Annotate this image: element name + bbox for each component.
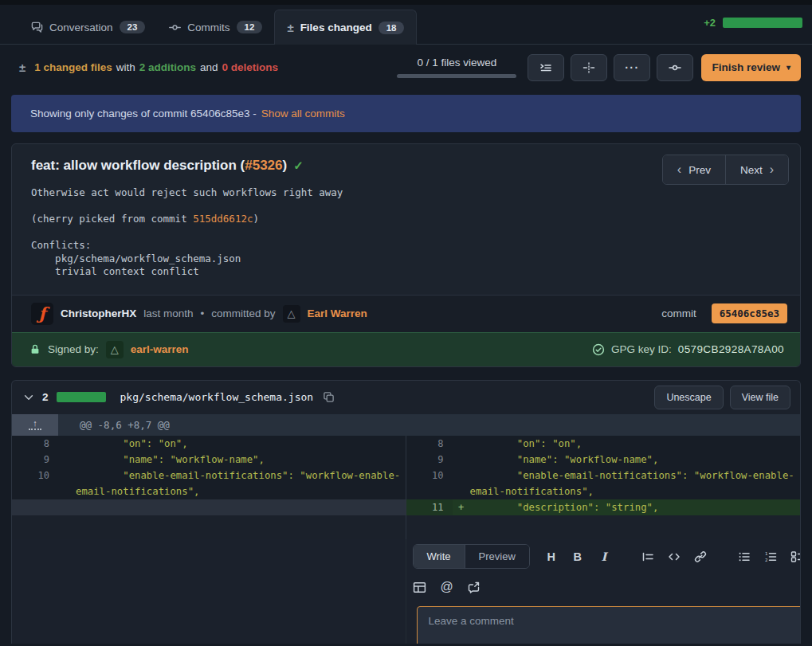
mention-icon[interactable]: @ [440,580,454,594]
code-icon[interactable] [667,550,681,564]
and-text: and [200,61,218,73]
author-avatar[interactable]: ƒ [31,303,53,325]
bold-icon[interactable]: B [571,550,585,564]
conversation-count-badge: 23 [120,21,146,33]
diff-icon: ± [287,21,293,34]
code-line: "on": "on", [76,436,406,452]
commit-label: commit [661,307,696,319]
tab-files-changed[interactable]: ± Files changed 18 [274,10,417,45]
files-viewed-progress [397,74,516,78]
with-text: with [116,61,135,73]
code-line: "name": "workflow-name", [470,452,801,468]
gpg-key-label: GPG key ID: [611,343,672,355]
finish-review-button[interactable]: Finish review ▾ [701,54,801,81]
author-name[interactable]: ChristopherHX [61,307,136,319]
files-viewed: 0 / 1 files viewed [397,57,516,78]
tab-conversation[interactable]: Conversation 23 [19,10,157,44]
copy-path-icon[interactable] [323,391,335,403]
signer-avatar[interactable]: △ [106,341,124,358]
collapse-file-icon[interactable] [23,392,34,403]
line-number[interactable]: 8 [12,436,58,452]
conversation-icon [31,22,43,33]
quote-icon[interactable] [641,550,655,564]
markdown-toolbar: H B I [544,550,801,564]
hunk-header-row: ↑ @@ -8,6 +8,7 @@ [12,414,800,436]
view-file-button[interactable]: View file [730,386,790,409]
code-line: "enable-email-notifications": "workflow-… [470,468,801,499]
editor-toolbar-row2: @ Aa [413,580,802,594]
pull-request-files-page: Conversation 23 Commits 12 ± Files chang… [0,0,812,646]
options-button[interactable]: ··· [614,54,650,81]
line-number[interactable]: 9 [406,452,453,468]
heading-icon[interactable]: H [544,550,559,564]
line-number[interactable]: 8 [406,436,453,452]
committer-name[interactable]: Earl Warren [308,307,367,319]
file-diff-panel: 2 pkg/schema/workflow_schema.json Unesca… [11,380,801,644]
diff-new-column: 8 "on": "on", 9 "name": "workflow-name",… [406,436,801,540]
unescape-button[interactable]: Unescape [654,386,723,409]
show-all-commits-link[interactable]: Show all commits [261,108,345,119]
diff-view-button[interactable] [571,54,607,81]
file-tree-button[interactable] [528,54,564,81]
chevron-right-icon: › [770,162,774,177]
editor-mode-tabs: Write Preview [413,544,530,569]
next-commit-button[interactable]: Next › [725,155,788,184]
lock-icon [29,343,41,355]
tab-commits-label: Commits [187,22,229,33]
preview-tab[interactable]: Preview [465,545,529,568]
dot-separator: • [201,307,205,319]
table-icon[interactable] [413,580,427,594]
changed-files-text: 1 changed files [34,61,112,73]
reference-icon[interactable] [467,580,481,594]
commit-panel: feat: allow workflow description (#5326)… [11,143,801,367]
write-tab[interactable]: Write [414,545,465,568]
gpg-info: GPG key ID: 0579CB2928A78A00 [592,343,784,356]
diff-row-old-9: 9 "name": "workflow-name", [12,452,406,468]
comment-row-left-spacer [12,539,406,644]
commit-jump-button[interactable] [657,54,693,81]
prev-label: Prev [688,164,711,176]
numbered-list-icon[interactable]: 12 [763,550,778,564]
cherry-pick-hash[interactable]: 515dd6612c [193,213,253,225]
banner-text: Showing only changes of commit 65406c85e… [30,108,257,119]
diff-old-column: 8 "on": "on", 9 "name": "workflow-name",… [12,436,406,540]
line-number[interactable]: 10 [406,468,453,499]
file-diff-header: 2 pkg/schema/workflow_schema.json Unesca… [12,381,800,414]
commit-hash-badge[interactable]: 65406c85e3 [712,303,787,323]
diff-filler-row [12,499,406,515]
tab-files-changed-label: Files changed [300,22,372,33]
bullet-list-icon[interactable] [737,550,751,564]
split-view-icon [583,61,595,74]
expand-up-icon: ↑ [33,420,37,427]
hunk-header-text: @@ -8,6 +8,7 @@ [58,414,170,436]
line-number[interactable]: 9 [12,452,58,468]
code-line: "description": "string", [470,499,801,515]
diff-row-old-10: 10 "enable-email-notifications": "workfl… [12,468,406,499]
code-line: "on": "on", [470,436,801,452]
chevron-left-icon: ‹ [677,162,681,177]
prev-commit-button[interactable]: ‹ Prev [663,155,725,184]
tab-commits[interactable]: Commits 12 [157,10,274,44]
addition-sign: + [453,499,470,515]
file-tree-icon [539,61,552,74]
file-name[interactable]: pkg/schema/workflow_schema.json [120,391,314,403]
expand-hunk-button[interactable]: ↑ [12,414,58,436]
gpg-key-value: 0579CB2928A78A00 [678,343,784,355]
code-line: "name": "workflow-name", [76,452,406,468]
line-number[interactable]: 10 [12,468,58,499]
diff-row-new-9: 9 "name": "workflow-name", [406,452,801,468]
comment-input[interactable] [417,606,802,644]
link-icon[interactable] [693,550,708,564]
inline-comment-form: Write Preview H B I [406,539,802,644]
italic-icon[interactable]: I [597,550,611,564]
committer-avatar[interactable]: △ [283,305,300,323]
task-list-icon[interactable] [790,550,801,564]
signer-name[interactable]: earl-warren [131,343,189,355]
changes-summary: ± 1 changed files with 2 additions and 0… [19,61,278,74]
issue-link[interactable]: #5326 [245,158,282,173]
signed-check-icon: ✓ [293,159,304,173]
diff-row-new-8: 8 "on": "on", [406,436,801,452]
diff-stat: +2 [704,17,802,32]
diff-row-new-10: 10 "enable-email-notifications": "workfl… [406,468,801,499]
line-number[interactable]: 11 [406,499,453,515]
